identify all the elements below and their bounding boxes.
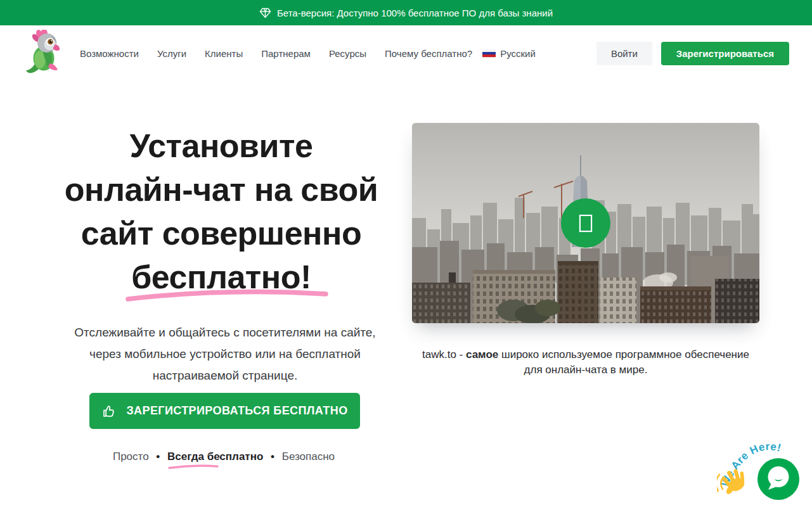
russia-flag-icon	[482, 49, 496, 58]
thumbs-up-icon	[101, 404, 117, 419]
gem-icon	[259, 8, 271, 18]
pink-underline-small	[167, 464, 219, 470]
nav-item-why-free[interactable]: Почему бесплатно?	[385, 48, 472, 59]
login-button[interactable]: Войти	[596, 42, 652, 65]
hero-title-line-3: сайт совершенно	[37, 212, 406, 255]
site-header: Возможности Услуги Клиенты Партнерам Рес…	[0, 25, 812, 81]
tawkto-parrot-logo[interactable]	[23, 30, 67, 77]
play-glyph-box	[579, 215, 592, 232]
tagline: Просто • Всегда бесплатно • Безопасно	[37, 451, 411, 463]
tagline-item-always-free: Всегда бесплатно	[167, 451, 263, 463]
signup-button[interactable]: Зарегистрироваться	[661, 42, 789, 65]
bullet-separator: •	[156, 451, 160, 463]
language-label: Русский	[500, 48, 536, 59]
cta-label: ЗАРЕГИСТРИРОВАТЬСЯ БЕСПЛАТНО	[126, 404, 347, 418]
hero-subtitle: Отслеживайте и общайтесь с посетителями …	[59, 322, 391, 387]
nav-item-services[interactable]: Услуги	[157, 48, 186, 59]
nav-item-features[interactable]: Возможности	[80, 48, 139, 59]
chat-bubble-icon[interactable]	[757, 458, 799, 500]
signup-free-cta-button[interactable]: ЗАРЕГИСТРИРОВАТЬСЯ БЕСПЛАТНО	[89, 393, 360, 429]
video-caption: tawk.to - самое широко используемое прог…	[412, 347, 759, 378]
bullet-separator: •	[271, 451, 274, 463]
banner-text: Бета-версия: Доступно 100% бесплатное ПО…	[277, 8, 553, 18]
language-switcher[interactable]: Русский	[482, 48, 536, 59]
play-button[interactable]	[561, 198, 610, 248]
hero-title: Установите онлайн-чат на свой сайт совер…	[37, 124, 406, 299]
nav-item-resources[interactable]: Ресурсы	[329, 48, 366, 59]
hero-title-line-2: онлайн-чат на свой	[37, 168, 406, 212]
tawkto-landing-page: Бета-версия: Доступно 100% бесплатное ПО…	[0, 0, 812, 505]
pink-underline-swoosh	[123, 286, 331, 304]
nav-item-customers[interactable]: Клиенты	[205, 48, 243, 59]
chat-widget[interactable]: We Are Here!	[717, 429, 812, 505]
main-nav: Возможности Услуги Клиенты Партнерам Рес…	[80, 48, 472, 59]
announcement-banner[interactable]: Бета-версия: Доступно 100% бесплатное ПО…	[0, 0, 812, 25]
tagline-item-secure: Безопасно	[282, 451, 335, 463]
tagline-item-simple: Просто	[113, 451, 149, 463]
hero-title-line-1: Установите	[37, 124, 406, 168]
header-actions: Войти Зарегистрироваться	[596, 42, 789, 65]
nav-item-partners[interactable]: Партнерам	[261, 48, 311, 59]
